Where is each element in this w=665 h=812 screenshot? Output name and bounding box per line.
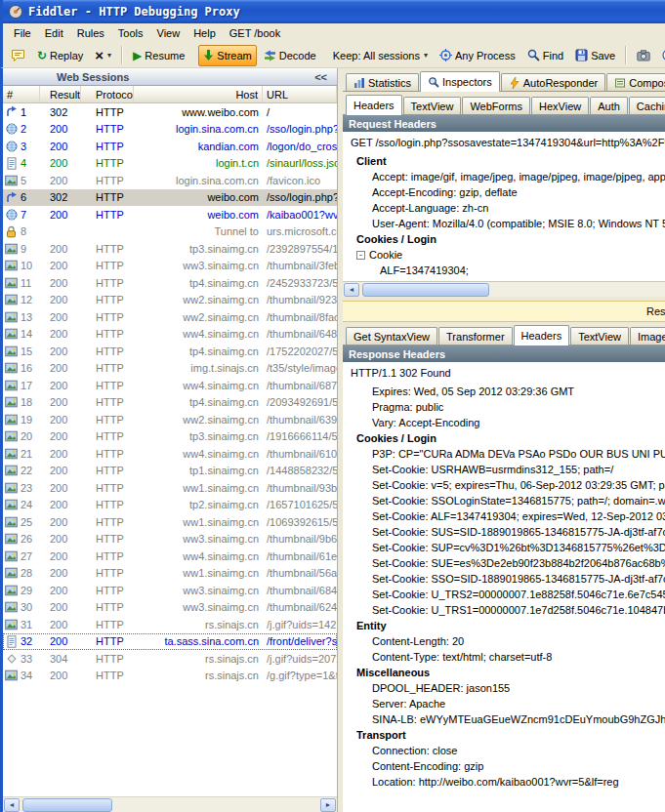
session-row-34[interactable]: 34200HTTPrs.sinajs.cn/g.gif?type=1&t (3, 668, 337, 685)
tab-composer[interactable]: Composer (606, 73, 665, 91)
tab-headers[interactable]: Headers (346, 95, 402, 115)
scroll-thumb[interactable] (362, 283, 489, 297)
tab-auth[interactable]: Auth (590, 97, 628, 114)
session-row-27[interactable]: 27200HTTPww4.sinaimg.cn/thumbnail/61e6 (3, 548, 337, 565)
session-row-17[interactable]: 17200HTTPww4.sinaimg.cn/thumbnail/6870 (3, 377, 337, 394)
column-header-number[interactable]: # (3, 86, 40, 102)
session-row-7[interactable]: 7200HTTPweibo.com/kaibao001?wvr= (3, 206, 337, 223)
session-row-23[interactable]: 23200HTTPww1.sinaimg.cn/thumbnail/93b8 (3, 479, 337, 497)
session-row-25[interactable]: 25200HTTPww1.sinaimg.cn/1069392615/50 (3, 513, 337, 531)
tab-inspectors[interactable]: Inspectors (420, 71, 500, 92)
session-result: 200 (40, 516, 81, 528)
session-protocol: HTTP (81, 499, 134, 510)
tab-transformer[interactable]: Transformer (438, 327, 513, 345)
menu-rules[interactable]: Rules (70, 25, 111, 41)
session-result: 200 (40, 175, 81, 186)
session-row-11[interactable]: 11200HTTPtp4.sinaimg.cn/2452933723/50 (3, 274, 337, 292)
scroll-track[interactable] (360, 283, 665, 297)
titlebar[interactable]: Fiddler - HTTP Debugging Proxy (0, 0, 665, 23)
session-host: tp2.sinaimg.cn (134, 499, 263, 510)
session-row-10[interactable]: 10200HTTPww3.sinaimg.cn/thumbnail/3feb (3, 258, 337, 275)
menu-view[interactable]: View (150, 25, 187, 41)
session-row-33[interactable]: 33304HTTPrs.sinajs.cn/j.gif?uids=2072 (3, 650, 337, 668)
scroll-thumb[interactable] (22, 798, 112, 812)
scroll-track[interactable] (21, 798, 319, 812)
session-row-4[interactable]: 4200HTTPlogin.t.cn/sinaurl/loss.jso (3, 155, 337, 173)
session-number: 33 (3, 652, 40, 665)
decode-button[interactable]: Decode (259, 45, 321, 66)
session-number: 7 (3, 208, 40, 221)
column-header-protocol[interactable]: Protocol (81, 86, 134, 102)
comment-button[interactable] (6, 45, 30, 66)
encoding-notice[interactable]: Response is encoded and may require deco… (343, 301, 665, 322)
menu-tools[interactable]: Tools (111, 25, 150, 41)
session-row-32[interactable]: 32200HTTPta.sass.sina.com.cn/front/deliv… (3, 633, 337, 651)
tab-webforms[interactable]: WebForms (462, 97, 530, 114)
globe-icon (5, 140, 18, 152)
session-row-1[interactable]: 1302HTTPwww.weibo.com/ (3, 103, 337, 121)
session-row-24[interactable]: 24200HTTPtp2.sinaimg.cn/1657101625/50 (3, 497, 337, 514)
scroll-left-button[interactable]: ◄ (4, 798, 20, 812)
scroll-right-button[interactable]: ► (320, 798, 336, 812)
remove-sessions-button[interactable]: ×▾ (90, 45, 116, 66)
header-item: DPOOL_HEADER: jason155 (343, 680, 665, 696)
session-url: /thumbnail/93b8 (263, 482, 337, 494)
session-row-13[interactable]: 13200HTTPww2.sinaimg.cn/thumbnail/8fac (3, 308, 337, 326)
session-row-30[interactable]: 30200HTTPww3.sinaimg.cn/thumbnail/624c (3, 599, 337, 617)
session-row-8[interactable]: 8Tunnel tours.microsoft.co (3, 223, 337, 241)
session-result: 200 (40, 294, 81, 305)
session-row-16[interactable]: 16200HTTPimg.t.sinajs.cn/t35/style/image (3, 360, 337, 378)
session-row-28[interactable]: 28200HTTPww1.sinaimg.cn/thumbnail/56ab (3, 565, 337, 583)
session-row-2[interactable]: 2200HTTPlogin.sina.com.cn/sso/login.php?… (3, 121, 337, 139)
session-number: 27 (3, 549, 40, 562)
column-header-result[interactable]: Result (40, 86, 81, 102)
session-row-29[interactable]: 29200HTTPww3.sinaimg.cn/thumbnail/684f (3, 582, 337, 599)
tab-headers[interactable]: Headers (514, 325, 570, 345)
session-result: 200 (40, 362, 81, 374)
menu-help[interactable]: Help (187, 25, 223, 41)
session-row-6[interactable]: 6302HTTPweibo.com/sso/login.php?s (3, 189, 337, 207)
session-row-21[interactable]: 21200HTTPww4.sinaimg.cn/thumbnail/6106 (3, 445, 337, 463)
session-row-31[interactable]: 31200HTTPrs.sinajs.cn/j.gif?uids=1421 (3, 616, 337, 633)
collapse-expander-icon[interactable]: - (356, 251, 365, 260)
session-row-19[interactable]: 19200HTTPww2.sinaimg.cn/thumbnail/6391 (3, 411, 337, 428)
session-row-18[interactable]: 18200HTTPtp4.sinaimg.cn/2093492691/50 (3, 394, 337, 412)
column-header-host[interactable]: Host (134, 86, 263, 102)
tab-textview[interactable]: TextView (403, 97, 462, 114)
tab-caching[interactable]: Caching (629, 97, 665, 114)
collapse-panel-button[interactable]: << (314, 71, 337, 83)
session-number: 10 (3, 260, 40, 272)
menu-edit[interactable]: Edit (38, 25, 70, 41)
session-row-14[interactable]: 14200HTTPww4.sinaimg.cn/thumbnail/6482 (3, 326, 337, 344)
session-row-5[interactable]: 5200HTTPlogin.sina.com.cn/favicon.ico (3, 172, 337, 189)
menu-get-book[interactable]: GET /book (223, 25, 287, 41)
column-header-url[interactable]: URL (263, 86, 337, 102)
tab-textview[interactable]: TextView (570, 327, 629, 345)
find-button[interactable]: Find (522, 45, 568, 66)
any-process-button[interactable]: Any Process (435, 45, 520, 66)
keep-sessions-dropdown[interactable]: Keep: All sessions▾ (328, 45, 433, 66)
session-row-9[interactable]: 9200HTTPtp3.sinaimg.cn/2392897554/18 (3, 240, 337, 258)
menu-file[interactable]: File (7, 25, 38, 41)
tab-get-syntaxview[interactable]: Get SyntaxView (346, 327, 437, 345)
resume-button[interactable]: ▶Resume (128, 45, 189, 66)
session-row-15[interactable]: 15200HTTPtp4.sinaimg.cn/1752202027/50 (3, 343, 337, 360)
session-row-3[interactable]: 3200HTTPkandian.com/logon/do_cross (3, 138, 337, 155)
request-horizontal-scrollbar[interactable]: ◄ ► (343, 281, 665, 297)
tab-hexview[interactable]: HexView (531, 97, 589, 114)
tab-autoresponder[interactable]: AutoResponder (501, 73, 605, 91)
session-row-26[interactable]: 26200HTTPww3.sinaimg.cn/thumbnail/9b62 (3, 531, 337, 548)
tab-statistics[interactable]: Statistics (346, 73, 419, 91)
session-row-12[interactable]: 12200HTTPww2.sinaimg.cn/thumbnail/9234 (3, 292, 337, 309)
replay-button[interactable]: ↻Replay (32, 45, 88, 66)
stream-button[interactable]: Stream (198, 45, 256, 66)
screenshot-button[interactable] (632, 45, 655, 66)
session-row-20[interactable]: 20200HTTPtp3.sinaimg.cn/1916666114/50 (3, 428, 337, 446)
tab-label: Inspectors (442, 76, 492, 88)
tab-imageview[interactable]: ImageView (630, 327, 665, 345)
session-row-22[interactable]: 22200HTTPtp1.sinaimg.cn/1448858232/50 (3, 463, 337, 480)
timer-button[interactable] (657, 45, 665, 66)
sessions-horizontal-scrollbar[interactable]: ◄ ► (3, 796, 337, 812)
scroll-left-button[interactable]: ◄ (344, 283, 359, 297)
save-button[interactable]: Save (570, 45, 620, 66)
